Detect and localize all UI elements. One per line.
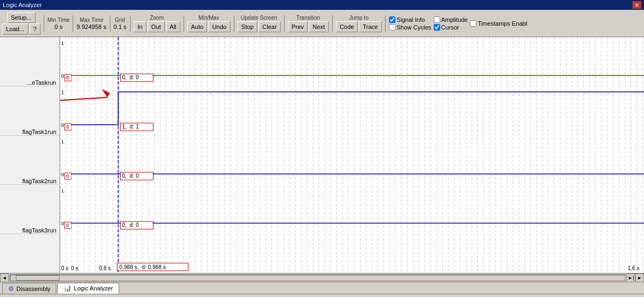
min-time-value: 0 s xyxy=(55,24,63,30)
transition-group: Transition Prev Next xyxy=(288,15,329,32)
tab-logic-analyzer-label: Logic Analyzer xyxy=(74,285,113,292)
sep7 xyxy=(284,15,285,32)
minmax-label: Min/Max xyxy=(198,15,219,21)
max-time-label: Max Time xyxy=(80,17,103,23)
sep1 xyxy=(44,15,44,32)
sep2 xyxy=(73,15,73,32)
sep6 xyxy=(234,15,234,32)
waveform-canvas[interactable] xyxy=(60,37,644,273)
tab-disassembly[interactable]: ⚙ Disassembly xyxy=(2,283,56,294)
tab-disassembly-label: Disassembly xyxy=(16,286,50,292)
window-title: Logic Analyzer xyxy=(3,2,42,8)
scrollbar-track[interactable] xyxy=(10,275,625,281)
cursor-checkbox-group: Cursor xyxy=(434,24,468,31)
auto-button[interactable]: Auto xyxy=(187,21,208,32)
cursor-label: Cursor xyxy=(441,24,459,31)
timestamps-checkbox[interactable] xyxy=(470,20,476,27)
setup-button[interactable]: Setup... xyxy=(7,12,36,23)
signal-labels: ...eTaskrun flagTask1run flagTask2run fl… xyxy=(0,37,60,273)
sep3 xyxy=(110,15,110,32)
show-cycles-label: Show Cycles xyxy=(397,24,432,31)
signal-label-3: flagTask3run xyxy=(0,185,60,234)
signal-info-label: Signal Info xyxy=(397,16,425,23)
show-cycles-checkbox[interactable] xyxy=(389,24,395,31)
status-bar: CSDN @花落已飘 xyxy=(0,294,644,297)
load-button[interactable]: Load... xyxy=(2,24,28,34)
toolbar: Setup... Load... ? Min Time 0 s Max Time… xyxy=(0,10,644,37)
transition-buttons: Prev Next xyxy=(288,21,329,32)
signal-label-0: ...eTaskrun xyxy=(0,37,60,86)
trace-button[interactable]: Trace xyxy=(359,21,382,32)
max-time-value: 9.924958 s xyxy=(76,24,106,30)
bottom-tabs: ⚙ Disassembly 📊 Logic Analyzer xyxy=(0,282,644,294)
window: Logic Analyzer ✕ Setup... Load... ? Min … xyxy=(0,0,644,297)
scroll-left-button[interactable]: ◄ xyxy=(0,273,9,282)
zoom-in-button[interactable]: In xyxy=(134,21,146,32)
checkbox-area3: Timestamps Enabl xyxy=(470,20,527,27)
scroll-right-button[interactable]: ► xyxy=(635,273,644,282)
checkbox-area: Signal Info Show Cycles xyxy=(389,16,432,31)
minmax-group: Min/Max Auto Undo xyxy=(187,15,231,32)
sep9 xyxy=(385,15,386,32)
stop-button[interactable]: Stop xyxy=(238,21,258,32)
main-area: ...eTaskrun flagTask1run flagTask2run fl… xyxy=(0,37,644,273)
title-bar: Logic Analyzer ✕ xyxy=(0,0,644,10)
min-time-group: Min Time 0 s xyxy=(48,17,70,30)
amplitude-label: Amplitude xyxy=(441,16,468,23)
load-save-row: Load... ? xyxy=(2,24,40,34)
cursor-checkbox[interactable] xyxy=(434,24,440,31)
update-screen-label: Update Screen xyxy=(241,15,277,21)
timestamps-label: Timestamps Enabl xyxy=(477,20,527,27)
signal-info-checkbox[interactable] xyxy=(389,16,395,23)
clear-button[interactable]: Clear xyxy=(258,21,280,32)
zoom-label: Zoom xyxy=(150,15,164,21)
grid-label: Grid xyxy=(115,17,125,23)
jumpto-buttons: Code Trace xyxy=(336,21,382,32)
zoom-all-button[interactable]: All xyxy=(166,21,180,32)
show-cycles-checkbox-group: Show Cycles xyxy=(389,24,432,31)
update-buttons: Stop Clear xyxy=(238,21,281,32)
disasm-icon: ⚙ xyxy=(8,285,14,293)
waveform-area[interactable] xyxy=(60,37,644,273)
sep8 xyxy=(332,15,333,32)
signal-label-2: flagTask2run xyxy=(0,136,60,185)
tab-logic-analyzer[interactable]: 📊 Logic Analyzer xyxy=(57,283,119,294)
close-button[interactable]: ✕ xyxy=(633,1,641,9)
checkbox-area2: Amplitude Cursor xyxy=(434,16,468,31)
help-button[interactable]: ? xyxy=(29,24,40,34)
max-time-group: Max Time 9.924958 s xyxy=(76,17,106,30)
timestamps-checkbox-group: Timestamps Enabl xyxy=(470,20,527,27)
prev-button[interactable]: Prev xyxy=(288,21,308,32)
sep5 xyxy=(184,15,184,32)
logic-icon: 📊 xyxy=(63,284,72,292)
grid-value: 0.1 s xyxy=(114,24,127,30)
sep4 xyxy=(130,15,131,32)
amplitude-checkbox[interactable] xyxy=(434,16,440,23)
next-button[interactable]: Next xyxy=(309,21,329,32)
jumpto-label: Jump to xyxy=(349,15,369,21)
scrollbar-area: ◄ ►| ► xyxy=(0,273,644,282)
signal-label-1: flagTask1run xyxy=(0,86,60,136)
file-group: Setup... Load... ? xyxy=(2,12,40,34)
zoom-out-button[interactable]: Out xyxy=(147,21,165,32)
minmax-buttons: Auto Undo xyxy=(187,21,231,32)
signal-info-checkbox-group: Signal Info xyxy=(389,16,432,23)
undo-button[interactable]: Undo xyxy=(208,21,230,32)
zoom-buttons: In Out All xyxy=(134,21,180,32)
zoom-group: Zoom In Out All xyxy=(134,15,180,32)
code-button[interactable]: Code xyxy=(336,21,358,32)
scroll-right-fast-button[interactable]: ►| xyxy=(627,273,635,282)
transition-label: Transition xyxy=(297,15,321,21)
amplitude-checkbox-group: Amplitude xyxy=(434,16,468,23)
update-screen-group: Update Screen Stop Clear xyxy=(238,15,281,32)
min-time-label: Min Time xyxy=(48,17,70,23)
jumpto-group: Jump to Code Trace xyxy=(336,15,382,32)
scrollbar-thumb[interactable] xyxy=(16,275,60,281)
grid-group: Grid 0.1 s xyxy=(114,17,127,30)
